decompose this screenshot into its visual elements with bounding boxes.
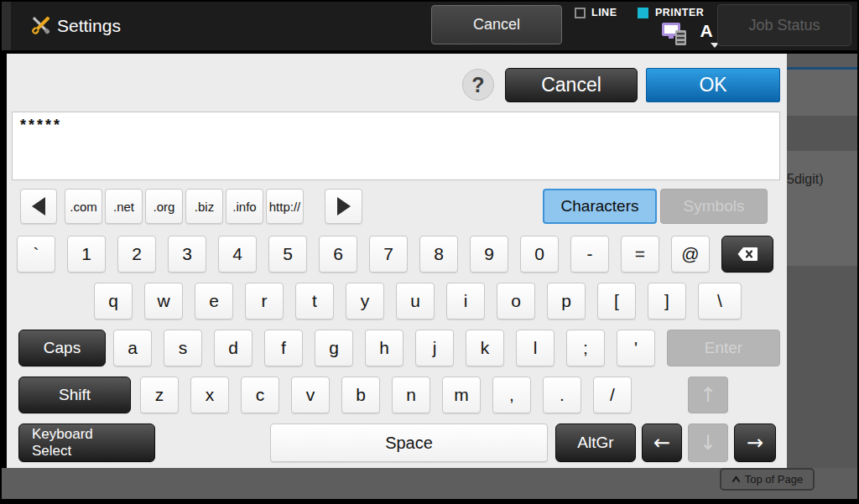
altgr-key[interactable]: AltGr	[555, 423, 636, 462]
key-b[interactable]: b	[341, 377, 380, 413]
keyboard-row-home: Caps a s d f g h j k l ; ' Enter	[7, 330, 787, 368]
key-o[interactable]: o	[497, 283, 535, 320]
key-w[interactable]: w	[144, 283, 183, 320]
left-arrow-icon: ←	[653, 431, 670, 455]
key-backslash[interactable]: \	[698, 283, 742, 320]
tab-characters[interactable]: Characters	[543, 189, 657, 224]
key-comma[interactable]: ,	[492, 377, 531, 413]
cursor-up-key[interactable]: ↑	[688, 377, 728, 413]
key-dot-net[interactable]: .net	[105, 189, 143, 224]
background-section-band	[787, 266, 857, 468]
key-l[interactable]: l	[516, 330, 554, 366]
key-semicolon[interactable]: ;	[566, 330, 605, 366]
key-d[interactable]: d	[214, 330, 252, 366]
scroll-left-button[interactable]	[20, 189, 57, 224]
key-u[interactable]: u	[396, 283, 435, 320]
background-partial-text: 5digit)	[787, 172, 857, 187]
help-button[interactable]: ?	[462, 69, 494, 101]
key-bracket-open[interactable]: [	[597, 283, 636, 320]
page-title: Settings	[57, 2, 121, 50]
key-equals[interactable]: =	[621, 236, 659, 273]
key-4[interactable]: 4	[218, 236, 257, 273]
key-dot-info[interactable]: .info	[226, 189, 263, 224]
background-bottom-strip: Top of Page	[2, 468, 857, 499]
key-period[interactable]: .	[543, 377, 581, 413]
caps-key[interactable]: Caps	[18, 330, 106, 366]
key-x[interactable]: x	[190, 377, 229, 413]
key-j[interactable]: j	[415, 330, 454, 366]
key-7[interactable]: 7	[369, 236, 408, 273]
keyboard-row-qwerty: q w e r t y u i o p [ ] \	[7, 283, 787, 321]
scroll-right-button[interactable]	[325, 189, 362, 224]
key-k[interactable]: k	[466, 330, 504, 366]
key-e[interactable]: e	[195, 283, 233, 320]
settings-tools-icon	[29, 13, 53, 37]
key-f[interactable]: f	[264, 330, 303, 366]
key-5[interactable]: 5	[268, 236, 307, 273]
keyboard-select-key[interactable]: Keyboard Select	[18, 423, 155, 462]
key-dot-com[interactable]: .com	[65, 189, 102, 224]
keyboard-select-label: Keyboard Select	[19, 426, 154, 460]
key-m[interactable]: m	[442, 377, 481, 413]
cursor-right-key[interactable]: →	[734, 423, 776, 462]
key-3[interactable]: 3	[168, 236, 206, 273]
chevron-up-icon	[731, 475, 741, 483]
topbar-cancel-button[interactable]: Cancel	[431, 5, 562, 44]
key-bracket-close[interactable]: ]	[648, 283, 686, 320]
key-i[interactable]: i	[446, 283, 485, 320]
key-q[interactable]: q	[94, 283, 133, 320]
key-h[interactable]: h	[365, 330, 403, 366]
key-1[interactable]: 1	[67, 236, 106, 273]
key-z[interactable]: z	[140, 377, 179, 413]
cursor-down-key[interactable]: ↓	[688, 423, 728, 462]
up-arrow-icon: ↑	[700, 383, 716, 407]
key-at[interactable]: @	[671, 236, 710, 273]
key-slash[interactable]: /	[593, 377, 632, 413]
key-s[interactable]: s	[164, 330, 202, 366]
job-status-button[interactable]: Job Status	[717, 4, 851, 46]
line-indicator	[575, 8, 586, 18]
device-status-icon	[661, 21, 690, 47]
top-of-page-label: Top of Page	[745, 473, 803, 486]
key-g[interactable]: g	[315, 330, 353, 366]
text-entry-field[interactable]: *****	[12, 112, 780, 180]
key-n[interactable]: n	[392, 377, 430, 413]
key-c[interactable]: c	[241, 377, 279, 413]
mfp-touchscreen: Settings Cancel LINE PRINTER A Job Statu…	[0, 0, 859, 504]
key-p[interactable]: p	[547, 283, 586, 320]
masked-input-value: *****	[20, 117, 62, 134]
tab-symbols[interactable]: Symbols	[660, 189, 768, 224]
key-backtick[interactable]: `	[17, 236, 55, 273]
key-v[interactable]: v	[291, 377, 330, 413]
background-content-band	[787, 151, 857, 266]
enter-key[interactable]: Enter	[667, 330, 780, 366]
key-a[interactable]: a	[113, 330, 152, 366]
key-dot-biz[interactable]: .biz	[185, 189, 223, 224]
backspace-icon	[737, 247, 758, 262]
space-key[interactable]: Space	[270, 423, 548, 462]
shift-key[interactable]: Shift	[18, 377, 131, 413]
dialog-cancel-button[interactable]: Cancel	[505, 68, 638, 102]
key-apostrophe[interactable]: '	[617, 330, 655, 366]
cursor-left-key[interactable]: ←	[642, 423, 682, 462]
soft-keyboard-dialog: ? Cancel OK ***** .com .net .org .biz .i…	[7, 54, 787, 468]
key-0[interactable]: 0	[520, 236, 559, 273]
key-dot-org[interactable]: .org	[145, 189, 183, 224]
key-http[interactable]: http://	[266, 189, 304, 224]
key-y[interactable]: y	[346, 283, 384, 320]
keyboard-row-space: Keyboard Select Space AltGr ← ↓ →	[7, 423, 787, 464]
key-t[interactable]: t	[295, 283, 334, 320]
key-2[interactable]: 2	[117, 236, 156, 273]
background-page-header	[787, 54, 857, 67]
printer-indicator	[638, 8, 648, 18]
key-6[interactable]: 6	[319, 236, 357, 273]
backspace-key[interactable]	[721, 236, 773, 273]
dialog-ok-button[interactable]: OK	[646, 68, 780, 102]
key-8[interactable]: 8	[419, 236, 458, 273]
language-font-selector[interactable]: A	[697, 21, 716, 46]
key-r[interactable]: r	[245, 283, 284, 320]
key-9[interactable]: 9	[470, 236, 508, 273]
key-minus[interactable]: -	[570, 236, 609, 273]
top-of-page-button[interactable]: Top of Page	[720, 468, 815, 491]
down-arrow-icon: ↓	[700, 431, 716, 455]
